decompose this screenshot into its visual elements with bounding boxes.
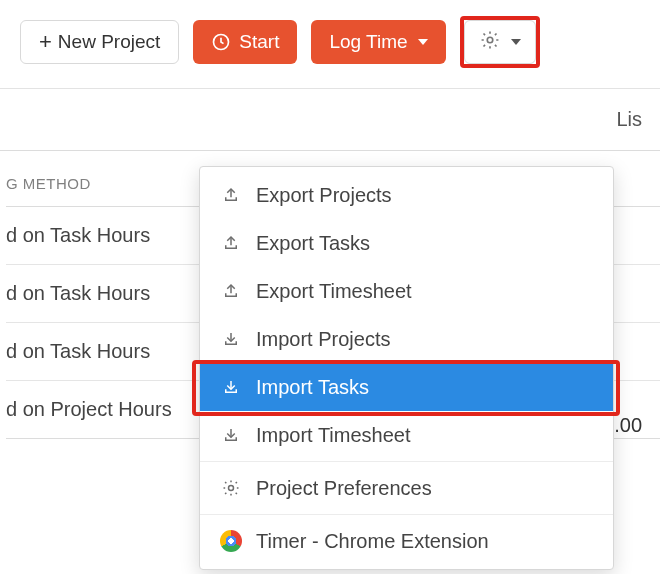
- menu-item-export-tasks[interactable]: Export Tasks: [200, 219, 613, 267]
- export-icon: [220, 186, 242, 204]
- settings-button[interactable]: [464, 20, 536, 64]
- toolbar: + New Project Start Log Time: [0, 0, 660, 88]
- menu-item-import-timesheet[interactable]: Import Timesheet: [200, 411, 613, 459]
- import-icon: [220, 330, 242, 348]
- settings-menu: Export Projects Export Tasks Export Time…: [199, 166, 614, 570]
- export-icon: [220, 234, 242, 252]
- settings-highlight: [460, 16, 540, 68]
- import-icon: [220, 378, 242, 396]
- menu-item-import-projects[interactable]: Import Projects: [200, 315, 613, 363]
- menu-item-export-projects[interactable]: Export Projects: [200, 171, 613, 219]
- page: Lis G METHOD d on Task Hours d on Task H…: [0, 88, 660, 439]
- clock-icon: [211, 32, 231, 52]
- caret-down-icon: [418, 39, 428, 45]
- chrome-icon: [220, 530, 242, 552]
- log-time-label: Log Time: [329, 31, 407, 53]
- export-icon: [220, 282, 242, 300]
- new-project-label: New Project: [58, 31, 160, 53]
- menu-separator: [200, 461, 613, 462]
- svg-point-2: [229, 486, 234, 491]
- column-header-type: Lis: [616, 108, 642, 131]
- import-icon: [220, 426, 242, 444]
- menu-separator: [200, 514, 613, 515]
- menu-item-project-preferences[interactable]: Project Preferences: [200, 464, 613, 512]
- plus-icon: +: [39, 31, 52, 53]
- gear-icon: [479, 29, 501, 56]
- svg-point-1: [487, 37, 493, 43]
- column-header-row: Lis: [0, 89, 660, 151]
- log-time-button[interactable]: Log Time: [311, 20, 445, 64]
- gear-icon: [220, 478, 242, 498]
- start-button[interactable]: Start: [193, 20, 297, 64]
- menu-item-chrome-extension[interactable]: Timer - Chrome Extension: [200, 517, 613, 565]
- start-label: Start: [239, 31, 279, 53]
- new-project-button[interactable]: + New Project: [20, 20, 179, 64]
- menu-item-import-tasks[interactable]: Import Tasks: [200, 363, 613, 411]
- caret-down-icon: [511, 39, 521, 45]
- menu-item-export-timesheet[interactable]: Export Timesheet: [200, 267, 613, 315]
